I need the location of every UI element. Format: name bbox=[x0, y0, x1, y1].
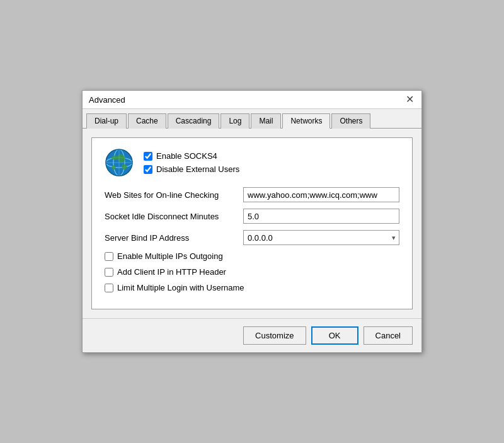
add-client-ip-checkbox[interactable] bbox=[105, 268, 113, 277]
enable-socks4-row: Enable SOCKS4 bbox=[144, 151, 239, 161]
web-sites-label: Web Sites for On-line Checking bbox=[105, 190, 243, 200]
title-bar: Advanced ✕ bbox=[83, 91, 421, 109]
limit-multiple-login-checkbox[interactable] bbox=[105, 284, 113, 292]
window-title: Advanced bbox=[89, 95, 125, 105]
enable-multiple-ips-row: Enable Multiple IPs Outgoing bbox=[105, 251, 399, 261]
enable-socks4-label[interactable]: Enable SOCKS4 bbox=[156, 151, 217, 161]
content-area: Enable SOCKS4 Disable External Users Web… bbox=[83, 129, 421, 318]
disable-external-checkbox[interactable] bbox=[144, 165, 152, 174]
tab-networks[interactable]: Networks bbox=[282, 113, 330, 129]
add-client-ip-row: Add Client IP in HTTP Header bbox=[105, 267, 399, 277]
top-checkboxes: Enable SOCKS4 Disable External Users bbox=[144, 151, 239, 174]
divider bbox=[83, 318, 421, 319]
tab-mail[interactable]: Mail bbox=[251, 113, 281, 129]
tab-cascading[interactable]: Cascading bbox=[168, 113, 220, 129]
socket-idle-row: Socket Idle Disconnect Minutes bbox=[105, 209, 399, 224]
advanced-dialog: Advanced ✕ Dial-up Cache Cascading Log M… bbox=[82, 90, 422, 353]
ok-button[interactable]: OK bbox=[311, 326, 358, 345]
disable-external-label[interactable]: Disable External Users bbox=[156, 164, 239, 174]
limit-multiple-login-label[interactable]: Limit Multiple Login with Username bbox=[117, 283, 244, 292]
enable-socks4-checkbox[interactable] bbox=[144, 152, 152, 161]
web-sites-row: Web Sites for On-line Checking bbox=[105, 187, 399, 202]
tab-dialup[interactable]: Dial-up bbox=[86, 113, 127, 129]
settings-panel: Enable SOCKS4 Disable External Users Web… bbox=[91, 137, 413, 309]
close-button[interactable]: ✕ bbox=[404, 95, 415, 105]
cancel-button[interactable]: Cancel bbox=[364, 326, 413, 345]
customize-button[interactable]: Customize bbox=[243, 326, 306, 345]
enable-multiple-ips-label[interactable]: Enable Multiple IPs Outgoing bbox=[117, 251, 223, 261]
limit-multiple-login-row: Limit Multiple Login with Username bbox=[105, 283, 399, 292]
tab-bar: Dial-up Cache Cascading Log Mail Network… bbox=[83, 109, 421, 129]
disable-external-users-row: Disable External Users bbox=[144, 164, 239, 174]
server-bind-dropdown-wrapper: 0.0.0.0 ▾ bbox=[243, 230, 399, 245]
globe-icon bbox=[105, 148, 134, 177]
tab-cache[interactable]: Cache bbox=[128, 113, 166, 129]
button-row: Customize OK Cancel bbox=[83, 320, 421, 352]
socket-idle-label: Socket Idle Disconnect Minutes bbox=[105, 212, 243, 221]
add-client-ip-label[interactable]: Add Client IP in HTTP Header bbox=[117, 267, 226, 277]
socket-idle-input[interactable] bbox=[243, 209, 399, 224]
server-bind-dropdown[interactable]: 0.0.0.0 bbox=[243, 230, 399, 245]
server-bind-label: Server Bind IP Address bbox=[105, 233, 243, 243]
web-sites-input[interactable] bbox=[243, 187, 399, 202]
top-row: Enable SOCKS4 Disable External Users bbox=[105, 148, 399, 177]
tab-log[interactable]: Log bbox=[220, 113, 249, 129]
enable-multiple-ips-checkbox[interactable] bbox=[105, 252, 113, 261]
tab-others[interactable]: Others bbox=[331, 113, 370, 129]
server-bind-row: Server Bind IP Address 0.0.0.0 ▾ bbox=[105, 230, 399, 245]
